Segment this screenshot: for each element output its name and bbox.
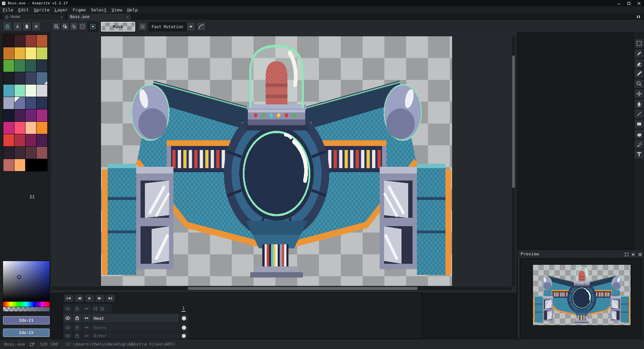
layer-name[interactable]: Armor	[92, 333, 179, 339]
layer-name[interactable]: Vents	[92, 323, 179, 332]
palette-swatch[interactable]	[14, 147, 25, 159]
tab-list-icon[interactable]	[636, 14, 642, 20]
frame-1-header[interactable]: 1	[179, 304, 187, 313]
lock-icon[interactable]	[73, 323, 82, 332]
mask-button[interactable]: Mask	[101, 21, 136, 32]
preview-center-button[interactable]	[624, 252, 630, 257]
palette-swatch[interactable]	[3, 97, 14, 109]
menu-frame[interactable]: Frame	[73, 7, 86, 12]
rotation-curve-icon[interactable]	[197, 22, 206, 31]
palette-swatch[interactable]	[14, 72, 25, 84]
palette-swatch[interactable]	[3, 122, 14, 134]
preview-close-button[interactable]	[637, 252, 643, 257]
palette-swatch[interactable]	[25, 134, 36, 146]
menu-view[interactable]: View	[112, 7, 122, 12]
close-button[interactable]	[634, 0, 644, 6]
palette-swatch[interactable]	[3, 35, 14, 47]
palette-swatch[interactable]	[25, 85, 36, 97]
menu-sprite[interactable]: Sprite	[34, 7, 50, 12]
palette-swatch[interactable]	[25, 147, 36, 159]
zoom-tool[interactable]	[634, 79, 644, 89]
tab-close-icon[interactable]: ✕	[60, 15, 63, 19]
move-tool[interactable]	[634, 89, 644, 99]
palette-swatch[interactable]	[3, 159, 14, 171]
cel-heat-frame1[interactable]	[179, 314, 188, 322]
tab-boss[interactable]: Boss.ase ✕	[67, 13, 131, 20]
first-frame-button[interactable]	[64, 294, 74, 302]
ellipse-tool[interactable]	[634, 129, 644, 139]
menu-select[interactable]: Select	[91, 7, 107, 12]
palette-swatch[interactable]	[37, 35, 47, 47]
rectangle-tool[interactable]	[634, 119, 644, 129]
palette-swatch[interactable]	[14, 122, 25, 134]
selection-intersect-button[interactable]	[78, 22, 87, 31]
all-layers-continuous-toggle[interactable]	[82, 304, 91, 313]
download-arrow-button[interactable]	[13, 22, 22, 31]
palette-swatch[interactable]	[3, 109, 14, 121]
foreground-color-button[interactable]: Idx-21	[3, 316, 50, 325]
previous-frame-button[interactable]	[74, 294, 84, 302]
selection-replace-button[interactable]	[52, 22, 61, 31]
spray-tool[interactable]	[634, 139, 644, 149]
palette-swatch[interactable]	[37, 147, 47, 159]
text-tool[interactable]	[634, 149, 644, 159]
minimize-button[interactable]	[614, 0, 624, 6]
palette-swatch[interactable]	[3, 72, 14, 84]
menu-file[interactable]: File	[3, 7, 13, 12]
all-layers-lock-toggle[interactable]	[73, 304, 82, 313]
palette-swatch[interactable]	[14, 134, 25, 146]
color-gradient-picker[interactable]	[3, 261, 50, 302]
grid-button[interactable]	[138, 22, 147, 31]
eye-icon[interactable]	[63, 333, 72, 339]
palette-swatch[interactable]	[25, 35, 36, 47]
tab-home[interactable]: Home ✕	[2, 13, 66, 20]
hue-slider[interactable]	[3, 301, 50, 307]
palette-swatch[interactable]	[3, 147, 14, 159]
palette-swatch[interactable]	[37, 47, 47, 59]
palette-swatch[interactable]	[37, 85, 47, 97]
eyedropper-tool[interactable]	[634, 69, 644, 79]
alpha-slider[interactable]	[3, 307, 50, 312]
layer-name[interactable]: Heat	[92, 314, 179, 322]
sprite-canvas[interactable]	[101, 36, 452, 286]
cel-armor-frame1[interactable]	[179, 333, 188, 339]
tab-close-icon[interactable]: ✕	[126, 15, 128, 19]
palette-swatch[interactable]	[25, 47, 36, 59]
rotation-algorithm-select[interactable]: Fast Rotation	[149, 22, 190, 31]
palette-swatch[interactable]	[3, 85, 14, 97]
menu-layer[interactable]: Layer	[55, 7, 68, 12]
cel-vents-frame1[interactable]	[179, 323, 188, 332]
palette-swatch[interactable]	[25, 72, 36, 84]
palette-swatch[interactable]	[3, 134, 14, 146]
continuous-icon[interactable]	[82, 314, 91, 322]
marching-ants-button[interactable]	[88, 21, 98, 32]
palette-swatch[interactable]	[25, 109, 36, 121]
rectangular-marquee-tool[interactable]	[634, 39, 644, 48]
palette-swatch[interactable]	[14, 47, 25, 59]
palette-swatch[interactable]	[25, 60, 36, 72]
palette-swatch[interactable]	[37, 122, 47, 134]
file-button[interactable]	[22, 22, 32, 31]
menu-help[interactable]: Help	[127, 7, 138, 12]
continuous-icon[interactable]	[82, 323, 91, 332]
vertical-scrollbar[interactable]	[512, 36, 515, 286]
palette-swatch[interactable]	[37, 134, 47, 146]
selection-add-button[interactable]	[61, 22, 69, 31]
palette-swatch[interactable]	[37, 109, 47, 121]
palette-swatch[interactable]	[37, 72, 47, 84]
palette-swatch[interactable]	[3, 47, 14, 59]
line-tool[interactable]	[634, 109, 644, 119]
palette-swatch[interactable]	[14, 97, 25, 109]
timeline-options[interactable]	[92, 304, 112, 313]
lock-icon[interactable]	[73, 314, 82, 322]
palette-swatch[interactable]	[14, 60, 25, 72]
palette-swatch[interactable]	[14, 85, 25, 97]
palette-swatch[interactable]	[25, 122, 36, 134]
maximize-button[interactable]	[624, 0, 634, 6]
horizontal-scrollbar[interactable]	[52, 287, 512, 290]
next-frame-button[interactable]	[95, 294, 105, 302]
palette-swatch[interactable]	[25, 97, 36, 109]
selection-subtract-button[interactable]	[69, 22, 78, 31]
all-layers-visibility-toggle[interactable]	[63, 304, 72, 313]
continuous-icon[interactable]	[82, 333, 91, 339]
